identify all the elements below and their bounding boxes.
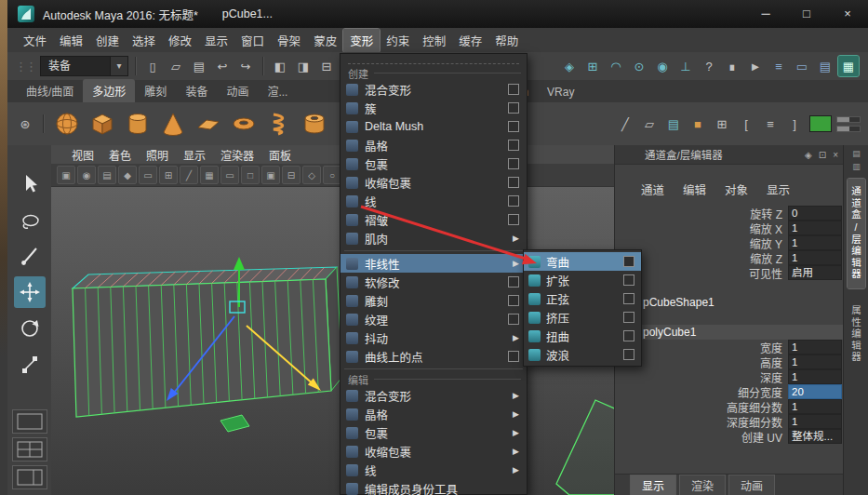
select-camera-icon[interactable]: ▣ [57, 166, 75, 184]
value-field[interactable]: 1 [788, 399, 842, 414]
value-field[interactable]: 1 [788, 369, 842, 384]
close-icon[interactable]: × [833, 150, 838, 160]
value-field[interactable]: 1 [788, 340, 842, 355]
channel-row-scale-y[interactable]: 缩放 Y 1 [615, 235, 844, 250]
submenu-item-bend[interactable]: 弯曲 [524, 252, 641, 271]
menu-skin[interactable]: 蒙皮 [307, 29, 343, 52]
layer-tab-anim[interactable]: 动画 [728, 475, 775, 495]
bracket-left-icon[interactable]: [ [736, 114, 756, 134]
option-box-icon[interactable] [508, 295, 519, 306]
uv-grid-icon[interactable]: ⊞ [712, 114, 732, 134]
option-box-icon[interactable] [623, 274, 634, 286]
dock-tab-attribute-editor[interactable]: 属性编辑器 [848, 298, 865, 371]
film-gate-icon[interactable]: ▭ [220, 166, 239, 184]
color-sliders[interactable] [836, 116, 861, 132]
menu-item-wrap[interactable]: 包裹 [341, 154, 527, 173]
bracket-right-icon[interactable]: ] [784, 114, 805, 134]
value-field[interactable]: 1 [788, 250, 842, 265]
image-plane-icon[interactable]: ▭ [139, 166, 157, 184]
menu-item-texture[interactable]: 纹理 [341, 310, 527, 328]
poly-plane-button[interactable] [193, 108, 224, 140]
render-icon[interactable]: ▭ [792, 56, 812, 76]
viewplane-snap-icon[interactable]: ⊥ [675, 56, 696, 76]
sidebar-toggle-icon[interactable]: ▦ [838, 56, 859, 76]
poly-cube-button[interactable] [87, 108, 118, 140]
option-box-icon[interactable] [623, 293, 634, 304]
shelf-menu-icon[interactable]: ⊛ [15, 114, 35, 134]
layer-tab-display[interactable]: 显示 [630, 475, 676, 495]
bookmarks-icon[interactable]: ◆ [118, 166, 137, 184]
single-pane-layout-button[interactable] [12, 409, 47, 434]
point-snap-icon[interactable]: ⊙ [629, 56, 649, 76]
vp-menu-lighting[interactable]: 照明 [139, 145, 176, 165]
channel-row-height[interactable]: 高度 1 [615, 355, 844, 369]
pan-zoom-icon[interactable]: ⊞ [159, 166, 178, 184]
grid-snap-icon[interactable]: ⊞ [582, 56, 603, 76]
safe-action-icon[interactable]: ◇ [302, 166, 321, 184]
option-box-icon[interactable] [508, 214, 519, 225]
value-field[interactable]: 1 [788, 414, 842, 429]
projection-snap-icon[interactable]: ◉ [652, 56, 673, 76]
dock-expand-icon[interactable]: ▥ [852, 162, 861, 171]
shelf-tab-sculpting[interactable]: 雕刻 [135, 79, 176, 102]
menu-item-nonlinear[interactable]: 非线性▶ [341, 254, 527, 273]
poly-cylinder-button[interactable] [122, 108, 154, 140]
safe-title-icon[interactable]: ○ [323, 166, 341, 184]
layer-tab-render[interactable]: 渲染 [679, 475, 726, 495]
menu-item-wrinkle[interactable]: 褶皱 [341, 210, 527, 229]
menu-display[interactable]: 显示 [198, 29, 234, 52]
menu-modify[interactable]: 修改 [162, 29, 198, 52]
cb-menu-object[interactable]: 对象 [725, 181, 748, 198]
title-bar[interactable]: Autodesk Maya 2016: 无标题* pCube1... ─ □ × [7, 0, 868, 29]
symmetry-icon[interactable]: ◈ [559, 56, 580, 76]
open-scene-icon[interactable]: ▱ [166, 56, 186, 76]
option-box-icon[interactable] [508, 177, 519, 188]
channel-row-depth[interactable]: 深度 1 [615, 369, 844, 384]
menu-deform[interactable]: 变形 [343, 29, 380, 52]
channel-row-rotate-z[interactable]: 旋转 Z 0 [615, 206, 844, 221]
menu-skeleton[interactable]: 骨架 [271, 29, 307, 52]
poly-torus-button[interactable] [228, 108, 260, 140]
input-node[interactable]: polyCube1 [615, 325, 844, 340]
shelf-tab-polygons[interactable]: 多边形 [83, 79, 135, 102]
curve-snap-icon[interactable]: ◠ [606, 56, 626, 76]
vp-menu-shading[interactable]: 着色 [101, 145, 139, 165]
poly-cone-button[interactable] [157, 108, 189, 140]
split-pane-layout-button[interactable] [12, 465, 47, 489]
menu-edit[interactable]: 编辑 [53, 29, 89, 52]
color-swatch[interactable] [809, 115, 832, 132]
menu-item-edit-lattice[interactable]: 晶格▶ [341, 405, 527, 423]
menu-item-lattice[interactable]: 晶格 [341, 136, 527, 154]
vp-menu-renderer[interactable]: 渲染器 [213, 145, 261, 165]
scale-tool-button[interactable] [14, 349, 46, 381]
menu-select[interactable]: 选择 [126, 29, 162, 52]
option-box-icon[interactable] [508, 84, 519, 95]
value-field[interactable]: 0 [788, 206, 842, 221]
channel-row-subdivisions-height[interactable]: 高度细分数 1 [615, 399, 844, 414]
shelf-tab-vray[interactable]: VRay [538, 82, 583, 102]
option-box-icon[interactable] [508, 158, 519, 169]
shelf-tab-rendering[interactable]: 渲... [258, 79, 297, 102]
save-scene-icon[interactable]: ▤ [189, 56, 209, 76]
shelf-tab-curves[interactable]: 曲线/曲面 [17, 79, 83, 102]
menu-help[interactable]: 帮助 [488, 29, 525, 52]
option-box-icon[interactable] [508, 351, 519, 362]
close-button[interactable]: × [827, 0, 868, 28]
menu-file[interactable]: 文件 [17, 29, 53, 52]
field-chart-icon[interactable]: ⊟ [282, 166, 300, 184]
menu-item-muscle[interactable]: 肌肉▶ [341, 229, 527, 248]
poly-cube-small-icon[interactable]: ■ [688, 114, 708, 134]
option-box-icon[interactable] [508, 102, 519, 114]
cb-menu-edit[interactable]: 编辑 [683, 181, 706, 198]
option-box-icon[interactable] [623, 312, 634, 323]
lock-icon[interactable]: ∎ [722, 56, 742, 76]
menu-item-edit-membership-tool[interactable]: 编辑成员身份工具 [341, 479, 527, 495]
menu-item-delta-mush[interactable]: Delta Mush [341, 117, 527, 136]
value-field[interactable]: 1 [788, 355, 842, 369]
pin-icon[interactable]: ◈ [805, 150, 812, 160]
menu-create[interactable]: 创建 [89, 29, 126, 52]
grip-handle[interactable]: ⋮⋮ [15, 60, 35, 74]
submenu-item-sine[interactable]: 正弦 [524, 289, 641, 308]
value-field[interactable]: 启用 [788, 265, 842, 280]
menu-item-edit-wire[interactable]: 线▶ [341, 461, 527, 479]
